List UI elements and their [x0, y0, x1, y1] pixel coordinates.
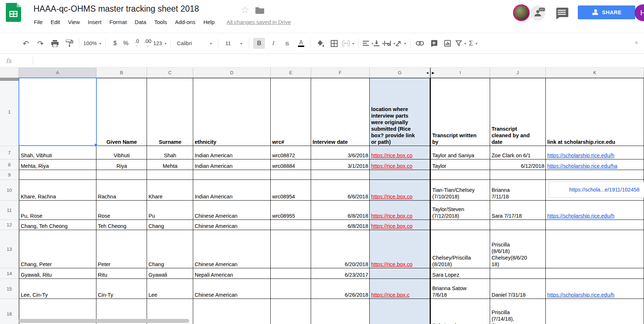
cell-I16[interactable]: Cole Lembo [430, 299, 490, 324]
cell-E9[interactable] [271, 170, 311, 180]
cell-B8[interactable]: Riya [96, 159, 147, 170]
cell-D12[interactable]: Chinese American [193, 220, 271, 230]
cell-G15[interactable]: https://rice.box.c [370, 279, 430, 299]
print-icon[interactable] [49, 38, 60, 49]
text-rotation-icon[interactable] [395, 38, 406, 49]
cell-D10[interactable]: Indian American [193, 180, 271, 201]
cell-K12[interactable] [546, 220, 644, 230]
functions-icon[interactable]: Σ [468, 38, 478, 49]
cell-E16[interactable] [271, 299, 311, 324]
anonymous-user-icon[interactable]: ••• [530, 5, 545, 21]
cell-F1[interactable]: Interview date [311, 78, 370, 146]
text-color-button[interactable]: A [295, 38, 306, 49]
cell-A11[interactable]: Pu, Rose [19, 201, 96, 220]
zoom-select[interactable]: 100% [83, 38, 101, 49]
cell-D14[interactable]: Nepali American [193, 268, 271, 279]
cell-F15[interactable]: 6/26/2018 [311, 279, 370, 299]
column-header-G[interactable]: G◄ [370, 68, 430, 78]
cell-C15[interactable]: Lee [147, 279, 193, 299]
menu-format[interactable]: Format [106, 19, 131, 25]
cell-J1[interactable]: Transcript cleaned by and date [490, 78, 546, 146]
cell-G11[interactable]: https://rice.box.co [370, 201, 430, 220]
cell-K16[interactable] [546, 299, 644, 324]
cell-F16[interactable] [311, 299, 370, 324]
bold-button[interactable]: B [253, 38, 265, 49]
cell-A9[interactable] [19, 170, 96, 180]
cell-B13[interactable]: Peter [96, 230, 147, 268]
menu-file[interactable]: File [30, 19, 47, 25]
cell-B9[interactable] [96, 170, 147, 180]
horizontal-scrollbar[interactable] [18, 319, 189, 323]
strikethrough-button[interactable]: S [282, 38, 293, 49]
cell-I8[interactable]: Taylor [430, 159, 490, 170]
filter-icon[interactable] [455, 38, 466, 49]
cell-A14[interactable]: Gyawali, Ritu [19, 268, 96, 279]
column-header-K[interactable]: K [546, 68, 644, 78]
cell-A10[interactable]: Khare, Rachna [19, 180, 96, 201]
cell-J14[interactable] [490, 268, 546, 279]
cell-D7[interactable]: Indian American [193, 146, 271, 159]
cell-G16[interactable] [370, 299, 430, 324]
move-folder-icon[interactable] [255, 7, 264, 14]
cell-G8[interactable]: https://rice.box.co [370, 159, 430, 170]
comment-icon[interactable] [555, 8, 568, 19]
document-title[interactable]: HAAA-qc-OHMS master tracking sheet 2018 [33, 4, 199, 14]
insert-chart-icon[interactable] [442, 38, 453, 49]
undo-icon[interactable]: ↶ [20, 38, 31, 49]
cell-B14[interactable]: Ritu [96, 268, 147, 279]
cell-K7[interactable]: https://scholarship.rice.edu/h [546, 146, 644, 159]
insert-comment-icon[interactable] [428, 38, 439, 49]
text-wrap-icon[interactable] [384, 38, 395, 49]
cell-E8[interactable]: wrc08884 [271, 159, 311, 170]
cell-G1[interactable]: location where interview parts were orig… [370, 78, 430, 146]
cell-C13[interactable]: Chang [147, 230, 193, 268]
cell-E1[interactable]: wrc# [271, 78, 311, 146]
cell-F10[interactable]: 6/6/2018 [311, 180, 370, 201]
cell-F11[interactable]: 6/8/2018 [311, 201, 370, 220]
cell-K13[interactable] [546, 230, 644, 268]
cell-I15[interactable]: Brianna Satow 7/6/18 [430, 279, 490, 299]
cell-K15[interactable]: https://scholarship.rice.edu/h [546, 279, 644, 299]
cell-G12[interactable]: https://rice.box.co [370, 220, 430, 230]
cell-K10[interactable]: https://schola...e/1911/102458 [546, 180, 644, 201]
column-header-C[interactable]: C [147, 68, 193, 78]
font-size-select[interactable]: 11 [222, 38, 245, 49]
cell-G14[interactable] [370, 268, 430, 279]
row-header-12[interactable]: 12 [0, 220, 19, 230]
menu-data[interactable]: Data [131, 19, 150, 25]
column-header-E[interactable]: E [271, 68, 311, 78]
cell-B10[interactable]: Rachna [96, 180, 147, 201]
cell-E11[interactable]: wrc08955 [271, 201, 311, 220]
column-header-D[interactable]: D [193, 68, 271, 78]
cell-K14[interactable] [546, 268, 644, 279]
cell-G9[interactable] [370, 170, 430, 180]
profile-avatar[interactable]: H [635, 4, 644, 21]
cell-J7[interactable]: Zoe Clark on 6/1 [490, 146, 546, 159]
hidden-column-left-icon[interactable]: ◄ [426, 71, 429, 75]
freeze-bar[interactable] [0, 78, 19, 81]
cell-D15[interactable]: Chinese American [193, 279, 271, 299]
insert-link-icon[interactable] [414, 38, 425, 49]
cell-I9[interactable] [430, 170, 490, 180]
cell-I14[interactable]: Sara Lopez [430, 268, 490, 279]
row-header-16[interactable]: 16 [0, 299, 19, 324]
cell-F9[interactable] [311, 170, 370, 180]
cell-C11[interactable]: Pu [147, 201, 193, 220]
cell-F7[interactable]: 3/6/2018 [311, 146, 370, 159]
cell-K9[interactable] [546, 170, 644, 180]
cell-D16[interactable] [193, 299, 271, 324]
cell-B1[interactable]: Given Name [96, 78, 147, 146]
fill-color-icon[interactable] [315, 38, 326, 49]
cell-C12[interactable]: Chang [147, 220, 193, 230]
column-header-A[interactable]: A [19, 68, 96, 78]
italic-button[interactable]: I [268, 38, 279, 49]
cell-A13[interactable]: Chang, Peter [19, 230, 96, 268]
menu-help[interactable]: Help [199, 19, 219, 25]
cell-A15[interactable]: Lee, Cin-Ty [19, 279, 96, 299]
row-header-9[interactable]: 9 [0, 170, 19, 180]
cell-C8[interactable]: Mehta [147, 159, 193, 170]
row-header-8[interactable]: 8 [0, 159, 19, 170]
select-all-corner[interactable] [0, 68, 19, 78]
cell-J8[interactable]: 6/12/2018 [490, 159, 546, 170]
menu-tools[interactable]: Tools [150, 19, 171, 25]
